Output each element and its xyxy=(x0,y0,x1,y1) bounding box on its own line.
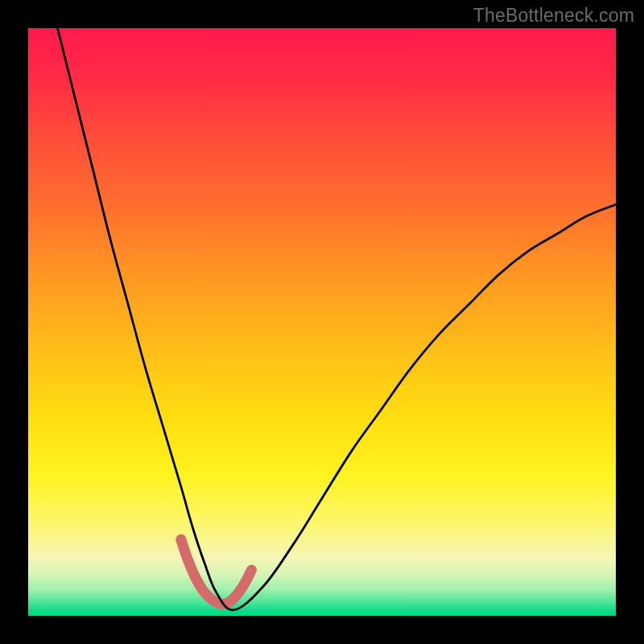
watermark-text: TheBottleneck.com xyxy=(473,5,634,27)
bottleneck-curve-path xyxy=(58,28,617,610)
curve-svg xyxy=(28,28,616,616)
plot-area xyxy=(28,28,616,616)
chart-frame: TheBottleneck.com xyxy=(0,0,644,644)
